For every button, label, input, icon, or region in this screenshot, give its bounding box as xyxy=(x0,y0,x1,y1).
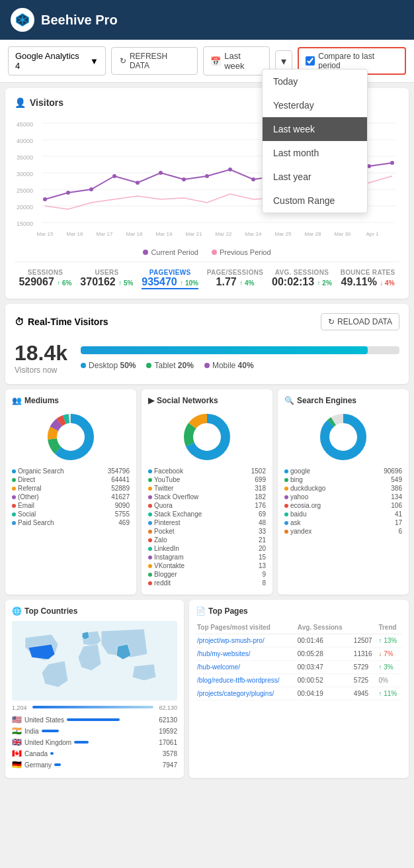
realtime-card: ⏱ Real-Time Visitors ↻ RELOAD DATA 18.4k… xyxy=(5,304,409,384)
bottom-section: 🌐 Top Countries xyxy=(5,600,409,778)
list-item: Stack Overflow 182 xyxy=(148,493,266,501)
period-custom-range[interactable]: Custom Range xyxy=(263,189,367,213)
table-row: /blog/reduce-ttfb-wordpress/ 00:00:52 57… xyxy=(196,674,402,687)
world-map xyxy=(12,621,177,700)
list-item: 🇩🇪 Germany 7947 xyxy=(12,760,177,769)
list-item: duckduckgo 386 xyxy=(284,485,402,492)
list-item: VKontakte 13 xyxy=(148,562,266,569)
period-button[interactable]: 📅 Last week xyxy=(203,46,270,75)
period-last-year[interactable]: Last year xyxy=(263,165,367,189)
social-donut xyxy=(148,410,266,463)
compare-checkbox[interactable] xyxy=(306,56,315,66)
svg-text:Mar 25: Mar 25 xyxy=(275,231,292,237)
svg-text:Mar 17: Mar 17 xyxy=(97,231,113,237)
table-row: /hub-welcome/ 00:03:47 5729 ↑ 3% xyxy=(196,661,402,674)
table-row: /project/wp-smush-pro/ 00:01:46 12507 ↑ … xyxy=(196,634,402,648)
svg-point-29 xyxy=(205,174,209,178)
realtime-content: 18.4k Visitors now Desktop 50% Tablet 20… xyxy=(15,341,399,375)
list-item: reddit 8 xyxy=(148,579,266,587)
list-item: Pinterest 48 xyxy=(148,519,266,526)
stat-users: USERS 370162 ↑ 5% xyxy=(80,269,133,289)
list-item: yandex 6 xyxy=(284,528,402,535)
list-item: ask 17 xyxy=(284,519,402,526)
svg-point-31 xyxy=(251,177,255,181)
app-logo xyxy=(11,8,34,32)
list-item: Pocket 33 xyxy=(148,528,266,535)
list-item: yahoo 134 xyxy=(284,493,402,501)
table-row: /projects/category/plugins/ 00:04:19 494… xyxy=(196,687,402,700)
list-item: Direct 64441 xyxy=(12,476,130,483)
period-today[interactable]: Today xyxy=(263,70,367,93)
svg-point-25 xyxy=(112,174,116,178)
person-icon: 👤 xyxy=(15,97,26,108)
svg-point-24 xyxy=(89,187,93,191)
svg-text:Mar 15: Mar 15 xyxy=(37,231,54,237)
period-last-month[interactable]: Last month xyxy=(263,141,367,165)
search-engines-card: 🔍 Search Engines google 90696 bing 549 d… xyxy=(278,389,409,595)
globe-icon: 🌐 xyxy=(12,606,22,616)
svg-point-30 xyxy=(228,168,232,171)
search-stats: google 90696 bing 549 duckduckgo 386 yah… xyxy=(284,467,402,535)
list-item: LinkedIn 20 xyxy=(148,545,266,552)
three-col-section: 👥 Mediums xyxy=(5,389,409,595)
countries-title: 🌐 Top Countries xyxy=(12,606,177,616)
period-last-week[interactable]: Last week xyxy=(263,117,367,141)
list-item: Zalo 21 xyxy=(148,536,266,544)
mediums-card: 👥 Mediums xyxy=(5,389,136,595)
refresh-icon: ↻ xyxy=(120,56,126,66)
pages-table: Top Pages/most visited Avg. Sessions Tre… xyxy=(196,621,402,700)
svg-text:Mar 22: Mar 22 xyxy=(216,231,232,237)
svg-point-28 xyxy=(182,177,186,181)
svg-text:Mar 30: Mar 30 xyxy=(335,231,351,237)
svg-point-62 xyxy=(194,424,220,450)
svg-point-37 xyxy=(390,161,394,165)
svg-text:Apr 1: Apr 1 xyxy=(366,231,379,237)
svg-point-22 xyxy=(43,197,47,201)
social-stats: Facebook 1502 YouTube 699 Twitter 318 St… xyxy=(148,467,266,587)
stat-bounce-rates: BOUNCE RATES 49.11% ↓ 4% xyxy=(341,269,395,289)
social-networks-card: ▶ Social Networks Facebook 1502 YouTube … xyxy=(142,389,272,595)
mediums-donut xyxy=(12,410,130,463)
period-dropdown: Today Yesterday Last week Last month Las… xyxy=(262,69,368,213)
list-item: Organic Search 354796 xyxy=(12,467,130,475)
top-countries-card: 🌐 Top Countries xyxy=(5,600,184,778)
list-item: Blogger 9 xyxy=(148,571,266,578)
stat-avg-sessions: AVG. SESSIONS 00:02:13 ↑ 2% xyxy=(272,269,332,289)
realtime-title: ⏱ Real-Time Visitors xyxy=(15,316,108,327)
stat-page-sessions: PAGE/SESSIONS 1.77 ↑ 4% xyxy=(207,269,263,289)
period-yesterday[interactable]: Yesterday xyxy=(263,93,367,117)
svg-text:Mar 28: Mar 28 xyxy=(305,231,321,237)
calendar-icon: 📅 xyxy=(210,56,221,66)
list-item: Facebook 1502 xyxy=(148,467,266,475)
progress-bar xyxy=(81,346,399,354)
list-item: Email 9090 xyxy=(12,502,130,509)
account-selector[interactable]: Google Analytics 4 ▼ xyxy=(8,46,106,75)
svg-text:Mar 18: Mar 18 xyxy=(126,231,143,237)
chevron-down-icon: ▾ xyxy=(281,56,286,67)
app-title: Beehive Pro xyxy=(41,13,118,28)
progress-bar-fill xyxy=(81,346,368,354)
list-item: (Other) 41627 xyxy=(12,493,130,501)
toolbar: Google Analytics 4 ▼ ↻ REFRESH DATA 📅 La… xyxy=(0,40,414,83)
list-item: 🇬🇧 United Kingdom 17061 xyxy=(12,738,177,747)
svg-text:45000: 45000 xyxy=(17,121,33,128)
list-item: Referral 52889 xyxy=(12,485,130,492)
list-item: baidu 41 xyxy=(284,510,402,518)
reload-button[interactable]: ↻ RELOAD DATA xyxy=(321,313,399,330)
list-item: Quora 176 xyxy=(148,502,266,509)
svg-text:Mar 21: Mar 21 xyxy=(186,231,202,237)
list-item: Paid Search 469 xyxy=(12,519,130,526)
svg-point-1 xyxy=(21,18,24,22)
app-header: Beehive Pro xyxy=(0,0,414,40)
svg-point-26 xyxy=(136,181,140,185)
chevron-down-icon: ▼ xyxy=(90,56,99,66)
list-item: google 90696 xyxy=(284,467,402,475)
refresh-button[interactable]: ↻ REFRESH DATA xyxy=(111,47,198,75)
people-icon: 👥 xyxy=(12,396,22,405)
list-item: Instagram 15 xyxy=(148,554,266,561)
list-item: YouTube 699 xyxy=(148,476,266,483)
list-item: bing 549 xyxy=(284,476,402,483)
page-icon: 📄 xyxy=(196,606,206,616)
svg-text:Mar 24: Mar 24 xyxy=(245,231,262,237)
realtime-bar-section: Desktop 50% Tablet 20% Mobile 40% xyxy=(81,346,399,370)
